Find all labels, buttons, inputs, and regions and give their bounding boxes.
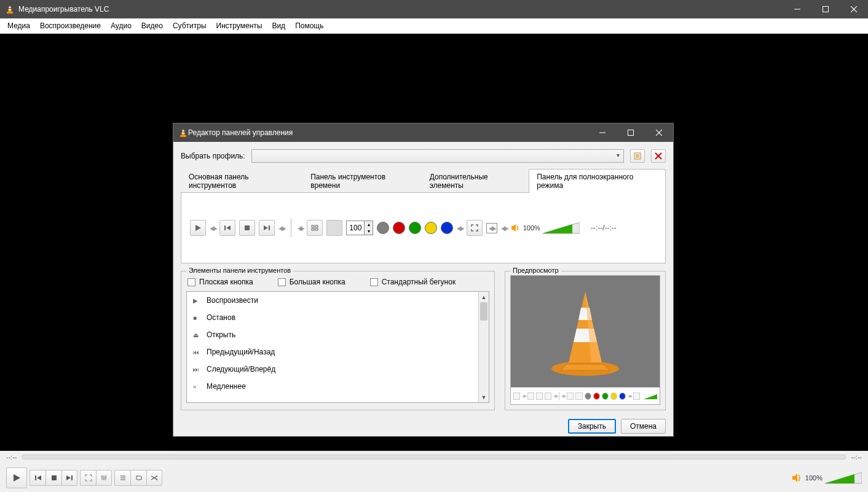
toolbar-canvas[interactable]: ◀·▶ ◀·▶ ◀·▶ ▲▼ ◀·▶ ◀· [181,193,666,264]
main-volume-widget[interactable]: 100% [792,471,862,485]
big-button-checkbox[interactable]: Большая кнопка [278,278,345,286]
preview-mini-toolbar: ◀▶ ◀▶ ◀▶ ◀▶ [510,388,660,405]
svg-rect-45 [52,475,57,480]
svg-point-53 [105,476,107,478]
volume-slider[interactable] [543,221,580,235]
loop-button[interactable] [130,470,146,486]
svg-rect-5 [823,7,829,12]
fullscreen-button[interactable] [80,470,96,486]
tab-advanced[interactable]: Дополнительные элементы [422,169,529,193]
vlc-cone-icon [5,4,15,14]
canvas-stop-button[interactable] [239,220,255,236]
elements-list[interactable]: ▶Воспроизвести ■Останов ⏏Открыть ⏮Предыд… [186,291,489,403]
teletext-grey-button[interactable] [377,222,389,234]
flat-button-checkbox[interactable]: Плоская кнопка [187,278,253,286]
toolbar-editor-dialog: Редактор панелей управления Выбрать проф… [173,123,674,437]
drag-handle-icon: ◀▶ [628,394,631,399]
list-scrollbar[interactable]: ▲ ▼ [478,292,489,402]
new-profile-button[interactable] [630,149,645,163]
tab-main-toolbar[interactable]: Основная панель инструментов [181,169,302,193]
teletext-yellow-button[interactable] [425,222,437,234]
svg-marker-46 [66,475,71,480]
video-area: Редактор панелей управления Выбрать проф… [0,34,868,451]
menu-media[interactable]: Медиа [2,20,35,32]
stop-button[interactable] [45,470,61,486]
svg-marker-41 [644,394,657,399]
profile-combo[interactable] [251,149,624,163]
close-button[interactable] [840,0,868,18]
volume-value: 100% [523,224,540,232]
drag-handle-icon[interactable]: ◀·▶ [501,225,507,232]
scroll-thumb[interactable] [480,302,487,321]
tab-fullscreen[interactable]: Панель для полноэкранного режима [529,169,666,193]
svg-rect-3 [9,9,12,10]
stop-icon: ■ [193,314,200,321]
drag-handle-icon[interactable]: ◀·▶ [298,225,304,232]
mini-red-icon [593,392,600,400]
canvas-next-button[interactable] [259,220,275,236]
svg-marker-8 [181,128,185,136]
mini-playlist-icon [567,392,574,400]
preview-legend: Предпросмотр [510,267,561,274]
drag-handle-icon[interactable]: ◀·▶ [278,225,285,232]
drag-handle-icon[interactable]: ◀·▶ [210,225,216,232]
mini-volume-icon [644,392,657,400]
slower-icon: « [193,383,200,390]
dialog-minimize-button[interactable] [588,123,617,142]
menu-video[interactable]: Видео [136,20,168,32]
dialog-close-button[interactable] [645,123,673,142]
menu-help[interactable]: Помощь [290,20,328,32]
menu-audio[interactable]: Аудио [106,20,136,32]
vlc-cone-icon [533,286,637,378]
extended-settings-button[interactable] [96,470,112,486]
drag-handle-icon[interactable]: ◀·▶ [486,223,497,233]
preview-area [510,275,660,388]
teletext-red-button[interactable] [393,222,405,234]
close-dialog-button[interactable]: Закрыть [568,419,616,434]
list-item: ■Останов [187,309,478,326]
play-button[interactable] [6,467,27,488]
playlist-button[interactable] [114,470,130,486]
maximize-button[interactable] [811,0,840,18]
spin-up-button[interactable]: ▲ [364,221,373,228]
teletext-blue-button[interactable] [441,222,453,234]
teletext-green-button[interactable] [409,222,421,234]
canvas-fullscreen-button[interactable] [467,220,483,236]
teletext-page-input[interactable] [347,221,364,235]
canvas-teletext-button[interactable] [326,220,342,236]
cancel-button[interactable]: Отмена [621,419,666,434]
menu-tools[interactable]: Инструменты [211,20,267,32]
canvas-prev-button[interactable] [219,220,235,236]
drag-handle-icon[interactable]: ◀·▶ [457,225,463,232]
next-button[interactable] [61,470,77,486]
canvas-playlist-button[interactable] [307,220,323,236]
seek-slider[interactable] [22,455,846,459]
canvas-play-button[interactable] [190,220,206,236]
minimize-button[interactable] [783,0,811,18]
speaker-icon [511,224,521,232]
canvas-volume-widget[interactable]: 100% [511,221,580,235]
native-slider-checkbox[interactable]: Стандартный бегунок [370,278,456,286]
mini-blue-icon [619,392,626,400]
eject-icon: ⏏ [193,332,200,338]
spin-down-button[interactable]: ▼ [364,228,373,235]
profile-label: Выбрать профиль: [181,152,245,160]
previous-button[interactable] [30,470,45,486]
menu-playback[interactable]: Воспроизведение [35,20,106,32]
elapsed-time: --:-- [6,453,17,461]
delete-profile-button[interactable] [651,149,666,163]
menu-subtitles[interactable]: Субтитры [168,20,211,32]
shuffle-button[interactable] [146,470,162,486]
scroll-down-button[interactable]: ▼ [479,392,489,402]
volume-slider[interactable] [825,471,862,485]
tab-time-toolbar[interactable]: Панель инструментов времени [302,169,422,193]
scroll-up-button[interactable]: ▲ [479,292,489,302]
volume-value: 100% [805,474,823,482]
list-item: «Медленнее [187,378,478,395]
speaker-icon [792,473,803,483]
next-icon: ⏭ [193,366,200,373]
svg-rect-1 [7,12,13,14]
dialog-maximize-button[interactable] [617,123,645,142]
menu-view[interactable]: Вид [267,20,290,32]
teletext-page-spinbox[interactable]: ▲▼ [346,221,373,235]
